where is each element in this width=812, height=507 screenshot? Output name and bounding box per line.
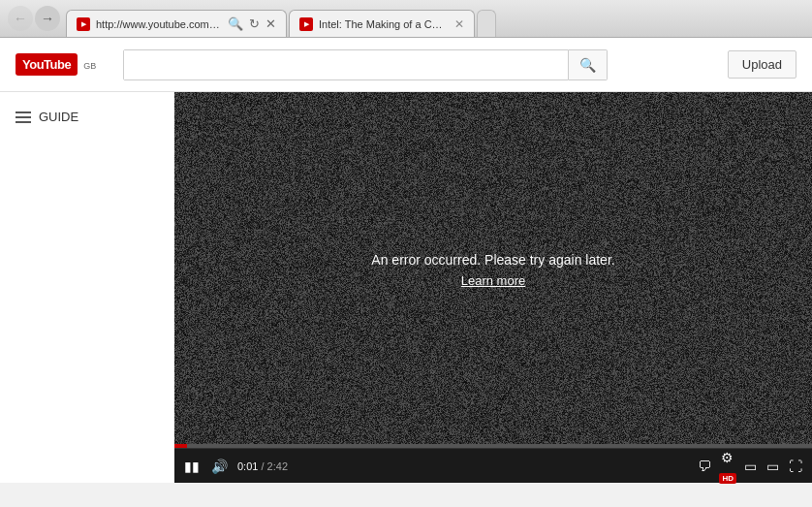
tab-label-1: http://www.youtube.com/watch?v=d9SWNLZvA… [96, 18, 222, 30]
main-layout: GUIDE An error occurred. Please try agai… [0, 92, 812, 483]
fullscreen-button[interactable]: ⛶ [787, 457, 804, 476]
video-player[interactable]: An error occurred. Please try again late… [174, 92, 812, 448]
back-button[interactable]: ← [8, 6, 33, 31]
theater-icon: ▭ [766, 459, 779, 474]
miniplayer-button[interactable]: ▭ [742, 457, 759, 476]
region-label: GB [83, 61, 96, 71]
miniplayer-icon: ▭ [744, 459, 757, 474]
logo-icon: YouTube [16, 53, 78, 76]
caption-button[interactable]: 🗩 [696, 457, 713, 476]
upload-button[interactable]: Upload [728, 50, 796, 79]
sidebar: GUIDE [0, 92, 174, 483]
address-tab[interactable]: http://www.youtube.com/watch?v=d9SWNLZvA… [66, 10, 287, 37]
search-addr-icon[interactable]: 🔍 [228, 16, 243, 31]
sidebar-guide-item[interactable]: GUIDE [0, 102, 174, 132]
volume-icon: 🔊 [211, 459, 228, 474]
tab-favicon-1 [77, 17, 90, 31]
browser-chrome: ← → http://www.youtube.com/watch?v=d9SWN… [0, 0, 812, 38]
hd-badge: HD [719, 473, 736, 484]
video-area: An error occurred. Please try again late… [174, 92, 812, 483]
tab-label-2: Intel: The Making of a Chip ... [319, 18, 445, 30]
controls-right: 🗩 ⚙ HD ▭ ▭ ⛶ [696, 448, 804, 485]
video-controls: ▮▮ 🔊 0:01 / 2:42 🗩 ⚙ HD [174, 448, 812, 483]
progress-bar-fill [174, 444, 187, 448]
youtube-logo[interactable]: YouTube GB [16, 53, 96, 76]
logo-tube: Tube [44, 57, 71, 72]
forward-button[interactable]: → [35, 6, 60, 31]
time-display: 0:01 / 2:42 [237, 460, 288, 472]
guide-line-3 [16, 121, 31, 123]
logo-you: You [22, 57, 44, 72]
guide-icon [16, 111, 31, 123]
intel-tab[interactable]: Intel: The Making of a Chip ... ✕ [289, 10, 475, 37]
progress-bar-container[interactable] [174, 444, 812, 448]
settings-icon: ⚙ [721, 450, 734, 465]
guide-line-1 [16, 111, 31, 113]
total-time: 2:42 [267, 460, 288, 472]
search-button[interactable]: 🔍 [569, 49, 608, 80]
stop-icon[interactable]: ✕ [265, 16, 276, 31]
tab-favicon-2 [299, 17, 313, 31]
error-message: An error occurred. Please try again late… [371, 252, 614, 268]
current-time: 0:01 [237, 460, 258, 472]
settings-wrapper: ⚙ HD [719, 448, 736, 485]
browser-tabs: ← → http://www.youtube.com/watch?v=d9SWN… [8, 6, 804, 37]
search-input[interactable] [124, 50, 568, 79]
search-bar [123, 49, 569, 80]
volume-button[interactable]: 🔊 [209, 457, 230, 476]
theater-button[interactable]: ▭ [765, 457, 781, 476]
pause-button[interactable]: ▮▮ [182, 457, 202, 476]
caption-icon: 🗩 [698, 459, 711, 474]
learn-more-link[interactable]: Learn more [461, 273, 525, 288]
guide-label: GUIDE [39, 110, 78, 124]
guide-line-2 [16, 116, 31, 118]
pause-icon: ▮▮ [184, 459, 200, 474]
error-overlay: An error occurred. Please try again late… [371, 252, 614, 289]
fullscreen-icon: ⛶ [789, 459, 802, 474]
settings-button[interactable]: ⚙ [719, 448, 735, 467]
reload-icon[interactable]: ↻ [249, 16, 260, 31]
tab-close-button[interactable]: ✕ [454, 17, 464, 31]
search-icon: 🔍 [579, 57, 596, 73]
youtube-header: YouTube GB 🔍 Upload [0, 38, 812, 92]
